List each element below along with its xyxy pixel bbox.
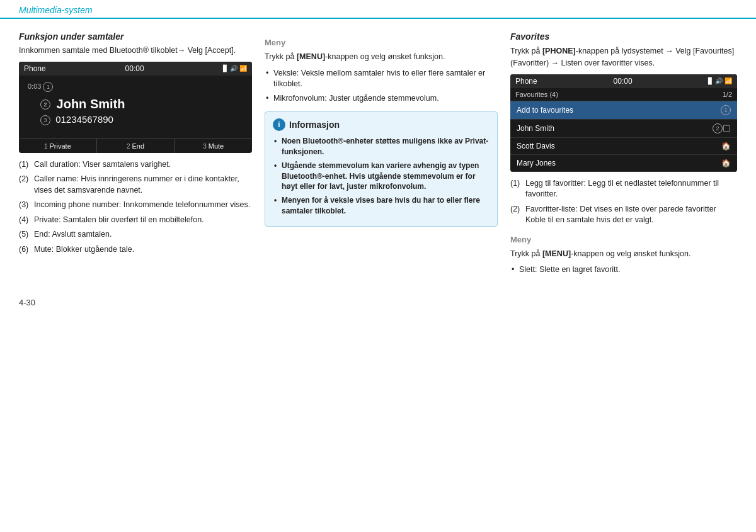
fav-subbar-right: 1/2 bbox=[723, 91, 732, 98]
menu-items-right: Slett: Slette en lagret favoritt. bbox=[510, 264, 737, 276]
fav-row-add: Add to favourites 1 bbox=[510, 101, 737, 120]
phone-caller-number: 3 01234567890 bbox=[28, 114, 243, 125]
info-items: Noen Bluetooth®-enheter støttes muligens… bbox=[273, 136, 490, 217]
fav-subbar: Favourites (4) 1/2 bbox=[510, 88, 737, 101]
list-item: (5) End: Avslutt samtalen. bbox=[19, 229, 252, 241]
info-icon: i bbox=[273, 118, 285, 131]
page-number: 4-30 bbox=[19, 298, 35, 307]
left-section-title: Funksjon under samtaler bbox=[19, 31, 252, 42]
phone-topbar-left: Phone 00:00 ▊ 🔊 📶 bbox=[19, 62, 252, 76]
fav-john-circle: 2 bbox=[713, 123, 723, 133]
fav-phone-label: Phone bbox=[515, 77, 537, 86]
list-item: Veksle: Veksle mellom samtaler hvis to e… bbox=[265, 68, 498, 90]
info-heading: Informasjon bbox=[289, 120, 340, 130]
fav-scott-icon: 🏠 bbox=[721, 142, 731, 150]
list-item: Noen Bluetooth®-enheter støttes muligens… bbox=[273, 136, 490, 157]
info-box-header: i Informasjon bbox=[273, 118, 490, 131]
fav-row-scott: Scott Davis 🏠 bbox=[510, 138, 737, 155]
left-column: Funksjon under samtaler Innkommen samtal… bbox=[19, 31, 252, 279]
right-desc-list: (1) Legg til favoritter: Legg til et ned… bbox=[510, 178, 737, 226]
fav-john-name: John Smith bbox=[517, 124, 709, 133]
fav-john-icon: ☐ bbox=[723, 123, 731, 133]
circle-3: 3 bbox=[40, 115, 50, 125]
phone-duration: 0:03 1 bbox=[28, 82, 243, 92]
list-item: Menyen for å veksle vises bare hvis du h… bbox=[273, 195, 490, 217]
list-item: Slett: Slette en lagret favoritt. bbox=[510, 264, 737, 276]
list-item: (1) Call duration: Viser samtalens varig… bbox=[19, 159, 252, 171]
list-item: Utgående stemmevolum kan variere avhengi… bbox=[273, 161, 490, 192]
phone-label-left: Phone bbox=[24, 64, 46, 73]
fav-add-circle: 1 bbox=[721, 105, 731, 115]
menu-heading-right: Meny bbox=[510, 235, 737, 244]
fav-add-label: Add to favourites bbox=[517, 106, 717, 115]
page-header: Multimedia-system bbox=[0, 0, 756, 19]
phone-btn-mute: 3 Mute bbox=[175, 139, 252, 153]
list-item: Mikrofonvolum: Juster utgående stemmevol… bbox=[265, 93, 498, 105]
menu-intro-right: Trykk på [MENU]-knappen og velg ønsket f… bbox=[510, 248, 737, 260]
circle-2: 2 bbox=[40, 99, 50, 110]
middle-column: Meny Trykk på [MENU]-knappen og velg øns… bbox=[265, 31, 498, 279]
right-column: Favorites Trykk på [PHONE]-knappen på ly… bbox=[510, 31, 737, 279]
phone-icons-left: ▊ 🔊 📶 bbox=[223, 65, 247, 72]
circle-1: 1 bbox=[43, 82, 53, 92]
phone-screen-left: Phone 00:00 ▊ 🔊 📶 0:03 1 2 John Smith 3 … bbox=[19, 62, 252, 153]
info-box: i Informasjon Noen Bluetooth®-enheter st… bbox=[265, 111, 498, 227]
list-item: (6) Mute: Blokker utgående tale. bbox=[19, 244, 252, 256]
phone-btn-end: 2 End bbox=[97, 139, 175, 153]
fav-topbar: Phone 00:00 ▊ 🔊 📶 bbox=[510, 74, 737, 88]
fav-phone-time: 00:00 bbox=[614, 77, 633, 86]
fav-row-mary: Mary Jones 🏠 bbox=[510, 155, 737, 172]
fav-mary-icon: 🏠 bbox=[721, 159, 731, 167]
phone-btn-private: 1 Private bbox=[19, 139, 97, 153]
fav-phone-screen: Phone 00:00 ▊ 🔊 📶 Favourites (4) 1/2 Add… bbox=[510, 74, 737, 172]
fav-subbar-left: Favourites (4) bbox=[515, 91, 558, 98]
list-item: (4) Private: Samtalen blir overført til … bbox=[19, 215, 252, 226]
fav-scott-name: Scott Davis bbox=[517, 142, 721, 150]
right-section-title: Favorites bbox=[510, 31, 737, 42]
menu-heading-mid: Meny bbox=[265, 38, 498, 47]
main-content: Funksjon under samtaler Innkommen samtal… bbox=[0, 25, 756, 291]
list-item: (3) Incoming phone number: Innkommende t… bbox=[19, 200, 252, 211]
page-footer: 4-30 bbox=[0, 291, 756, 314]
list-item: (1) Legg til favoritter: Legg til et ned… bbox=[510, 178, 737, 200]
fav-mary-name: Mary Jones bbox=[517, 159, 721, 167]
menu-items-mid: Veksle: Veksle mellom samtaler hvis to e… bbox=[265, 68, 498, 105]
list-item: (2) Favoritter-liste: Det vises en liste… bbox=[510, 204, 737, 226]
phone-time-left: 00:00 bbox=[125, 64, 144, 73]
fav-row-john: John Smith 2 ☐ bbox=[510, 120, 737, 138]
list-item: (2) Caller name: Hvis innringerens numme… bbox=[19, 174, 252, 196]
left-intro: Innkommen samtale med Bluetooth® tilkobl… bbox=[19, 45, 252, 57]
fav-phone-icons: ▊ 🔊 📶 bbox=[708, 77, 732, 84]
header-title: Multimedia-system bbox=[19, 5, 93, 15]
phone-caller-name: 2 John Smith bbox=[28, 97, 243, 111]
phone-body-left: 0:03 1 2 John Smith 3 01234567890 bbox=[19, 76, 252, 139]
left-desc-list: (1) Call duration: Viser samtalens varig… bbox=[19, 159, 252, 256]
phone-footer-left: 1 Private 2 End 3 Mute bbox=[19, 139, 252, 153]
menu-intro-mid: Trykk på [MENU]-knappen og velg ønsket f… bbox=[265, 51, 498, 63]
right-intro: Trykk på [PHONE]-knappen på lydsystemet … bbox=[510, 45, 737, 69]
